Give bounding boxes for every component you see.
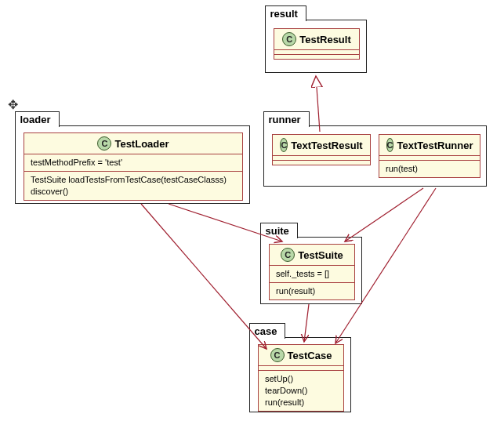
class-TestLoader: C TestLoader testMethodPrefix = 'test' T… xyxy=(24,132,243,201)
package-tab-runner: runner xyxy=(263,111,310,127)
class-icon: C xyxy=(386,138,394,152)
package-result: result C TestResult xyxy=(265,20,367,73)
class-name: TestResult xyxy=(299,34,351,45)
move-cursor-icon: ✥ xyxy=(8,97,18,112)
package-case: case C TestCase setUp() tearDown() run(r… xyxy=(249,337,351,412)
package-tab-loader: loader xyxy=(15,111,60,127)
attr-row: self._tests = [] xyxy=(276,268,348,280)
class-icon: C xyxy=(97,136,111,151)
class-TestCase: C TestCase setUp() tearDown() run(result… xyxy=(258,344,344,412)
package-runner: runner C TextTestResult C TextTestRunner… xyxy=(263,125,487,187)
package-tab-result: result xyxy=(265,5,306,21)
class-icon: C xyxy=(270,348,285,362)
op-row: run(result) xyxy=(265,397,337,408)
class-TestSuite: C TestSuite self._tests = [] run(result) xyxy=(269,244,355,300)
package-tab-case: case xyxy=(249,323,286,339)
rel-TextTestResult-TestResult xyxy=(316,76,320,132)
rel-TestLoader-TestCase xyxy=(141,204,267,349)
op-row: TestSuite loadTestsFromTestCase(testCase… xyxy=(31,174,236,186)
class-TextTestResult: C TextTestResult xyxy=(272,134,371,165)
class-TestResult: C TestResult xyxy=(274,28,360,60)
class-icon: C xyxy=(281,248,295,262)
class-name: TestSuite xyxy=(298,249,343,261)
op-row: tearDown() xyxy=(265,385,337,397)
op-row: discover() xyxy=(31,186,236,198)
rel-TestSuite-TestCase xyxy=(304,304,309,342)
attr-row: testMethodPrefix = 'test' xyxy=(31,157,236,169)
class-TextTestRunner: C TextTestRunner run(test) xyxy=(379,134,480,178)
class-name: TestLoader xyxy=(114,138,169,150)
class-name: TextTestResult xyxy=(291,140,362,151)
rel-TextTestRunner-TestSuite xyxy=(345,188,423,241)
package-loader: loader C TestLoader testMethodPrefix = '… xyxy=(15,125,250,204)
class-icon: C xyxy=(280,138,288,152)
class-name: TestCase xyxy=(288,350,332,361)
op-row: run(test) xyxy=(386,163,473,175)
op-row: run(result) xyxy=(276,285,348,297)
op-row: setUp() xyxy=(265,373,337,385)
class-icon: C xyxy=(282,32,296,46)
class-name: TextTestRunner xyxy=(397,140,473,151)
package-suite: suite C TestSuite self._tests = [] run(r… xyxy=(260,237,362,304)
package-tab-suite: suite xyxy=(260,223,298,238)
